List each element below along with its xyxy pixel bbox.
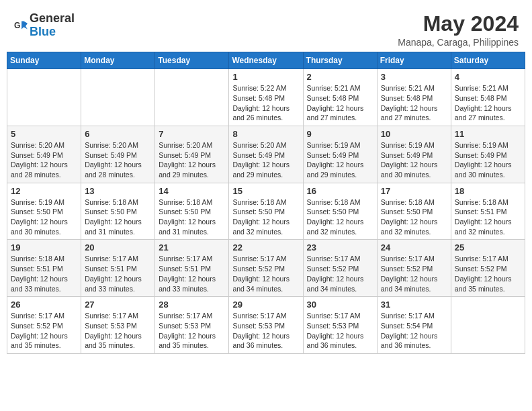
day-info: Sunrise: 5:17 AM Sunset: 5:52 PM Dayligh… <box>381 254 447 293</box>
svg-marker-1 <box>21 21 28 29</box>
calendar-header: SundayMondayTuesdayWednesdayThursdayFrid… <box>7 52 525 69</box>
day-info: Sunrise: 5:17 AM Sunset: 5:53 PM Dayligh… <box>85 311 151 351</box>
calendar-cell: 13Sunrise: 5:18 AM Sunset: 5:50 PM Dayli… <box>81 183 155 240</box>
weekday-header-wednesday: Wednesday <box>229 52 303 69</box>
day-number: 12 <box>11 186 77 196</box>
calendar-week-2: 5Sunrise: 5:20 AM Sunset: 5:49 PM Daylig… <box>7 126 525 183</box>
day-info: Sunrise: 5:17 AM Sunset: 5:51 PM Dayligh… <box>159 254 225 293</box>
logo-icon: G <box>13 18 28 33</box>
day-number: 29 <box>232 300 299 310</box>
calendar-cell: 17Sunrise: 5:18 AM Sunset: 5:50 PM Dayli… <box>377 183 451 240</box>
day-info: Sunrise: 5:17 AM Sunset: 5:52 PM Dayligh… <box>232 254 299 293</box>
day-info: Sunrise: 5:21 AM Sunset: 5:48 PM Dayligh… <box>455 83 521 123</box>
calendar-week-5: 26Sunrise: 5:17 AM Sunset: 5:52 PM Dayli… <box>7 297 525 354</box>
calendar-cell: 24Sunrise: 5:17 AM Sunset: 5:52 PM Dayli… <box>377 240 451 297</box>
day-number: 3 <box>381 72 447 82</box>
calendar-cell: 28Sunrise: 5:17 AM Sunset: 5:53 PM Dayli… <box>155 297 229 354</box>
calendar-cell: 7Sunrise: 5:20 AM Sunset: 5:49 PM Daylig… <box>155 126 229 183</box>
logo-text: General Blue <box>30 12 75 39</box>
calendar-cell: 15Sunrise: 5:18 AM Sunset: 5:50 PM Dayli… <box>229 183 303 240</box>
day-info: Sunrise: 5:18 AM Sunset: 5:51 PM Dayligh… <box>455 197 521 237</box>
calendar-cell: 31Sunrise: 5:17 AM Sunset: 5:54 PM Dayli… <box>377 297 451 354</box>
calendar-cell: 21Sunrise: 5:17 AM Sunset: 5:51 PM Dayli… <box>155 240 229 297</box>
day-info: Sunrise: 5:21 AM Sunset: 5:48 PM Dayligh… <box>381 83 447 123</box>
day-info: Sunrise: 5:17 AM Sunset: 5:52 PM Dayligh… <box>455 254 521 293</box>
day-number: 21 <box>159 242 225 253</box>
day-number: 28 <box>159 300 225 310</box>
day-info: Sunrise: 5:18 AM Sunset: 5:51 PM Dayligh… <box>11 254 77 293</box>
day-info: Sunrise: 5:20 AM Sunset: 5:49 PM Dayligh… <box>85 140 151 180</box>
calendar-cell: 1Sunrise: 5:22 AM Sunset: 5:48 PM Daylig… <box>229 69 303 126</box>
day-number: 6 <box>85 129 151 139</box>
calendar-week-1: 1Sunrise: 5:22 AM Sunset: 5:48 PM Daylig… <box>7 69 525 126</box>
calendar-week-3: 12Sunrise: 5:19 AM Sunset: 5:50 PM Dayli… <box>7 183 525 240</box>
day-number: 23 <box>307 242 373 253</box>
day-number: 17 <box>381 186 447 196</box>
day-number: 11 <box>455 129 521 139</box>
day-number: 18 <box>455 186 521 196</box>
logo: G General Blue <box>13 12 75 39</box>
day-number: 20 <box>85 242 151 253</box>
day-info: Sunrise: 5:19 AM Sunset: 5:49 PM Dayligh… <box>455 140 521 180</box>
calendar-table: SundayMondayTuesdayWednesdayThursdayFrid… <box>7 52 525 354</box>
calendar-cell: 12Sunrise: 5:19 AM Sunset: 5:50 PM Dayli… <box>7 183 81 240</box>
day-info: Sunrise: 5:19 AM Sunset: 5:49 PM Dayligh… <box>381 140 447 180</box>
calendar-cell <box>451 297 525 354</box>
weekday-header-sunday: Sunday <box>7 52 81 69</box>
calendar-cell: 25Sunrise: 5:17 AM Sunset: 5:52 PM Dayli… <box>451 240 525 297</box>
day-info: Sunrise: 5:21 AM Sunset: 5:48 PM Dayligh… <box>307 83 373 123</box>
day-info: Sunrise: 5:20 AM Sunset: 5:49 PM Dayligh… <box>232 140 299 180</box>
day-info: Sunrise: 5:17 AM Sunset: 5:53 PM Dayligh… <box>232 311 299 351</box>
calendar-cell: 10Sunrise: 5:19 AM Sunset: 5:49 PM Dayli… <box>377 126 451 183</box>
day-number: 15 <box>232 186 299 196</box>
calendar-cell <box>81 69 155 126</box>
day-number: 16 <box>307 186 373 196</box>
calendar-cell: 6Sunrise: 5:20 AM Sunset: 5:49 PM Daylig… <box>81 126 155 183</box>
day-number: 9 <box>307 129 373 139</box>
main-title: May 2024 <box>398 12 519 36</box>
day-info: Sunrise: 5:19 AM Sunset: 5:50 PM Dayligh… <box>11 197 77 237</box>
day-info: Sunrise: 5:17 AM Sunset: 5:51 PM Dayligh… <box>85 254 151 293</box>
day-number: 26 <box>11 300 77 310</box>
calendar-cell: 2Sunrise: 5:21 AM Sunset: 5:48 PM Daylig… <box>303 69 377 126</box>
day-info: Sunrise: 5:18 AM Sunset: 5:50 PM Dayligh… <box>85 197 151 237</box>
day-info: Sunrise: 5:17 AM Sunset: 5:52 PM Dayligh… <box>307 254 373 293</box>
calendar-week-4: 19Sunrise: 5:18 AM Sunset: 5:51 PM Dayli… <box>7 240 525 297</box>
day-info: Sunrise: 5:22 AM Sunset: 5:48 PM Dayligh… <box>232 83 299 123</box>
day-number: 2 <box>307 72 373 82</box>
day-info: Sunrise: 5:19 AM Sunset: 5:49 PM Dayligh… <box>307 140 373 180</box>
day-number: 13 <box>85 186 151 196</box>
calendar-body: 1Sunrise: 5:22 AM Sunset: 5:48 PM Daylig… <box>7 69 525 354</box>
day-number: 14 <box>159 186 225 196</box>
day-info: Sunrise: 5:17 AM Sunset: 5:54 PM Dayligh… <box>381 311 447 351</box>
weekday-header-thursday: Thursday <box>303 52 377 69</box>
day-info: Sunrise: 5:18 AM Sunset: 5:50 PM Dayligh… <box>232 197 299 237</box>
calendar-cell: 14Sunrise: 5:18 AM Sunset: 5:50 PM Dayli… <box>155 183 229 240</box>
title-block: May 2024 Manapa, Caraga, Philippines <box>398 12 519 48</box>
day-number: 25 <box>455 242 521 253</box>
day-info: Sunrise: 5:18 AM Sunset: 5:50 PM Dayligh… <box>159 197 225 237</box>
day-number: 8 <box>232 129 299 139</box>
calendar-cell <box>155 69 229 126</box>
calendar-cell: 22Sunrise: 5:17 AM Sunset: 5:52 PM Dayli… <box>229 240 303 297</box>
calendar-cell: 4Sunrise: 5:21 AM Sunset: 5:48 PM Daylig… <box>451 69 525 126</box>
calendar-cell: 19Sunrise: 5:18 AM Sunset: 5:51 PM Dayli… <box>7 240 81 297</box>
weekday-header-monday: Monday <box>81 52 155 69</box>
calendar-cell: 29Sunrise: 5:17 AM Sunset: 5:53 PM Dayli… <box>229 297 303 354</box>
day-info: Sunrise: 5:20 AM Sunset: 5:49 PM Dayligh… <box>159 140 225 180</box>
weekday-header-row: SundayMondayTuesdayWednesdayThursdayFrid… <box>7 52 525 69</box>
day-number: 24 <box>381 242 447 253</box>
svg-text:G: G <box>14 21 20 30</box>
day-number: 10 <box>381 129 447 139</box>
calendar-cell: 11Sunrise: 5:19 AM Sunset: 5:49 PM Dayli… <box>451 126 525 183</box>
calendar-cell: 27Sunrise: 5:17 AM Sunset: 5:53 PM Dayli… <box>81 297 155 354</box>
calendar-cell: 20Sunrise: 5:17 AM Sunset: 5:51 PM Dayli… <box>81 240 155 297</box>
day-number: 19 <box>11 242 77 253</box>
day-info: Sunrise: 5:17 AM Sunset: 5:53 PM Dayligh… <box>159 311 225 351</box>
calendar-cell: 30Sunrise: 5:17 AM Sunset: 5:53 PM Dayli… <box>303 297 377 354</box>
page-header: G General Blue May 2024 Manapa, Caraga, … <box>7 7 525 52</box>
day-number: 7 <box>159 129 225 139</box>
weekday-header-tuesday: Tuesday <box>155 52 229 69</box>
calendar-cell: 23Sunrise: 5:17 AM Sunset: 5:52 PM Dayli… <box>303 240 377 297</box>
day-number: 5 <box>11 129 77 139</box>
